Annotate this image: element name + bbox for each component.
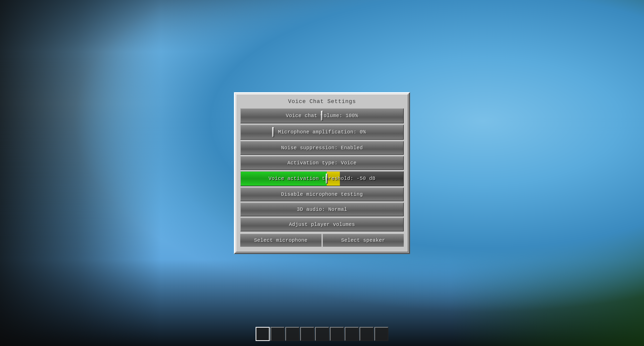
mic-amp-bg [241, 125, 403, 139]
settings-list: Voice chat volume: 100% Microphone ampli… [240, 108, 404, 247]
threshold-bar-container: Voice activation threshold: -50 dB [241, 172, 403, 186]
disable-microphone-testing-button[interactable]: Disable microphone testing [240, 187, 404, 201]
mic-amp-container: Microphone amplification: 0% [241, 125, 403, 139]
hotbar [256, 327, 388, 341]
select-speaker-button[interactable]: Select speaker [323, 234, 404, 247]
hotbar-slot-4[interactable] [300, 327, 314, 341]
3d-audio-button[interactable]: 3D audio: Normal [240, 203, 404, 216]
hotbar-slot-6[interactable] [330, 327, 344, 341]
threshold-green-bar [241, 172, 327, 186]
volume-handle[interactable] [321, 111, 323, 121]
hotbar-slot-9[interactable] [374, 327, 388, 341]
select-microphone-button[interactable]: Select microphone [240, 234, 321, 247]
mic-amp-handle[interactable] [272, 127, 274, 137]
adjust-player-volumes-button[interactable]: Adjust player volumes [240, 218, 404, 231]
hotbar-slot-8[interactable] [359, 327, 374, 341]
volume-bar-container: Voice chat volume: 100% [241, 109, 403, 123]
activation-type-button[interactable]: Activation type: Voice [240, 156, 404, 170]
threshold-bar-bg [241, 172, 403, 186]
hotbar-slot-2[interactable] [270, 327, 285, 341]
hotbar-slot-1[interactable] [256, 327, 270, 341]
threshold-handle[interactable] [326, 174, 328, 184]
dialog-overlay: Voice Chat Settings Voice chat volume: 1… [0, 0, 644, 346]
dialog-title: Voice Chat Settings [240, 98, 404, 105]
hotbar-slot-5[interactable] [315, 327, 329, 341]
hotbar-slot-3[interactable] [285, 327, 299, 341]
bottom-buttons: Select microphone Select speaker [240, 234, 404, 247]
hotbar-slot-7[interactable] [345, 327, 359, 341]
voice-chat-settings-dialog: Voice Chat Settings Voice chat volume: 1… [234, 92, 410, 254]
threshold-yellow-bar [327, 172, 340, 186]
noise-suppression-button[interactable]: Noise suppression: Enabled [240, 141, 404, 155]
voice-activation-threshold-slider[interactable]: Voice activation threshold: -50 dB [240, 171, 404, 186]
microphone-amplification-slider[interactable]: Microphone amplification: 0% [240, 125, 404, 140]
voice-chat-volume-slider[interactable]: Voice chat volume: 100% [240, 108, 404, 123]
dialog-inner: Voice Chat Settings Voice chat volume: 1… [236, 94, 408, 252]
threshold-dark-bar [340, 172, 403, 186]
